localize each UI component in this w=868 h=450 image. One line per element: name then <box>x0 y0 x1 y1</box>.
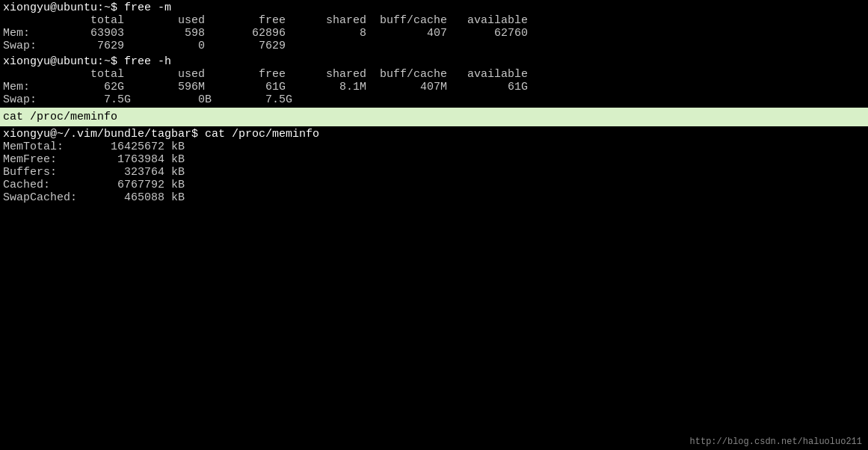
free-h-mem: Mem: 62G 596M 61G 8.1M 407M 61G <box>3 81 865 93</box>
terminal-container: xiongyu@ubuntu:~$ free -m total used fre… <box>0 0 868 450</box>
free-m-header: total used free shared buff/cache availa… <box>3 14 865 27</box>
free-m-mem: Mem: 63903 598 62896 8 407 62760 <box>3 27 865 40</box>
free-m-swap: Swap: 7629 0 7629 <box>3 40 865 52</box>
meminfo-section: xiongyu@~/.vim/bundle/tagbar$ cat /proc/… <box>0 126 868 450</box>
free-m-prompt: xiongyu@ubuntu:~$ free -m <box>3 1 865 14</box>
meminfo-prompt: xiongyu@~/.vim/bundle/tagbar$ cat /proc/… <box>3 128 865 141</box>
free-h-header: total used free shared buff/cache availa… <box>3 68 865 81</box>
meminfo-line-1: MemFree: 1763984 kB <box>3 153 865 166</box>
free-h-swap: Swap: 7.5G 0B 7.5G <box>3 93 865 106</box>
meminfo-line-4: SwapCached: 465088 kB <box>3 191 865 204</box>
meminfo-line-2: Buffers: 323764 kB <box>3 166 865 179</box>
cat-command-highlight: cat /proc/meminfo <box>0 108 868 126</box>
meminfo-line-0: MemTotal: 16425672 kB <box>3 141 865 153</box>
free-h-prompt: xiongyu@ubuntu:~$ free -h <box>3 55 865 68</box>
watermark: http://blog.csdn.net/haluoluo211 <box>690 437 862 447</box>
free-h-section: xiongyu@ubuntu:~$ free -h total used fre… <box>0 54 868 108</box>
meminfo-line-3: Cached: 6767792 kB <box>3 179 865 191</box>
free-m-section: xiongyu@ubuntu:~$ free -m total used fre… <box>0 0 868 54</box>
